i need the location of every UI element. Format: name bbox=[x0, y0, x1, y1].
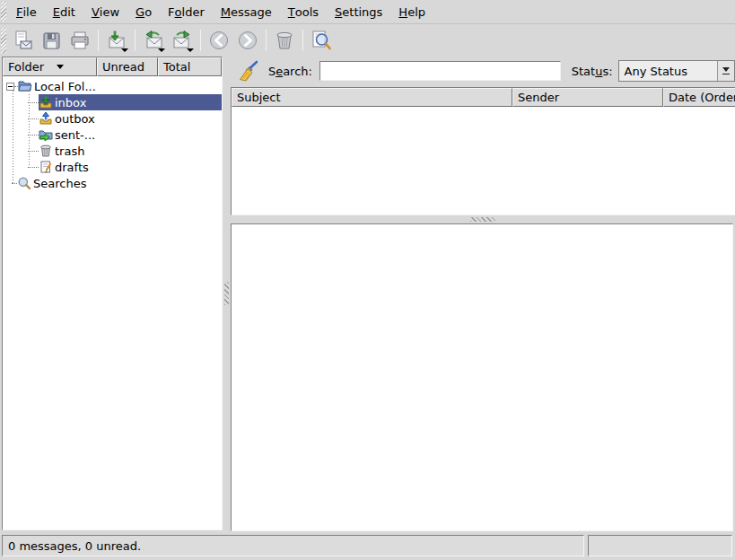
search-input[interactable] bbox=[319, 61, 561, 81]
folder-list-header: Folder Unread Total bbox=[3, 57, 222, 76]
vertical-splitter[interactable] bbox=[223, 56, 231, 531]
trash-icon bbox=[274, 30, 295, 51]
message-pane: Search: Status: Any Status Subject Sende… bbox=[231, 56, 735, 531]
menu-edit[interactable]: Edit bbox=[45, 0, 83, 23]
column-header-sender[interactable]: Sender bbox=[512, 88, 663, 107]
menu-settings[interactable]: Settings bbox=[327, 0, 390, 23]
status-secondary-panel bbox=[588, 535, 732, 556]
column-header-date[interactable]: Date (Order of Arrival) bbox=[663, 88, 735, 107]
back-icon bbox=[208, 30, 230, 51]
status-filter-label: Status: bbox=[572, 65, 613, 78]
tree-guide-line bbox=[29, 94, 30, 169]
new-message-button[interactable] bbox=[9, 27, 36, 54]
menubar-drag-handle[interactable] bbox=[1, 2, 6, 22]
outbox-icon bbox=[39, 111, 53, 126]
toolbar-separator bbox=[200, 30, 201, 51]
menu-tools[interactable]: Tools bbox=[280, 0, 327, 23]
next-icon bbox=[237, 30, 258, 51]
reply-button[interactable] bbox=[140, 27, 167, 54]
folder-row-trash[interactable]: trash bbox=[3, 143, 222, 159]
trash-folder-icon bbox=[39, 144, 53, 158]
drafts-icon bbox=[39, 160, 53, 174]
broom-icon bbox=[237, 59, 260, 83]
status-message-panel: 0 messages, 0 unread. bbox=[2, 535, 584, 556]
status-filter-value: Any Status bbox=[619, 65, 717, 78]
message-list-body bbox=[232, 107, 735, 215]
next-button[interactable] bbox=[234, 27, 261, 54]
folder-row-sent[interactable]: sent-... bbox=[3, 127, 222, 143]
tree-guide-line bbox=[13, 88, 13, 185]
search-label: Search: bbox=[268, 65, 312, 78]
message-preview-pane bbox=[231, 223, 733, 531]
message-list: Subject Sender Date (Order of Arrival) bbox=[231, 87, 735, 215]
chevron-down-icon bbox=[722, 67, 730, 72]
column-header-total[interactable]: Total bbox=[158, 57, 222, 76]
toolbar-drag-handle[interactable] bbox=[1, 28, 6, 53]
menu-bar: File Edit View Go Folder Message Tools S… bbox=[0, 0, 735, 24]
collapse-expander-icon[interactable] bbox=[6, 83, 14, 91]
folder-row-drafts[interactable]: drafts bbox=[3, 159, 222, 175]
folder-row-inbox[interactable]: inbox bbox=[3, 94, 222, 110]
folder-row-searches[interactable]: Searches bbox=[3, 175, 222, 191]
toolbar-separator bbox=[302, 30, 303, 51]
toolbar-separator bbox=[98, 30, 99, 51]
clear-search-button[interactable] bbox=[236, 58, 261, 83]
new-message-icon bbox=[12, 30, 33, 51]
sent-folder-icon bbox=[39, 127, 53, 142]
dropdown-caret-icon bbox=[121, 48, 128, 52]
trash-button[interactable] bbox=[271, 27, 298, 54]
menu-file[interactable]: File bbox=[8, 0, 45, 23]
status-message: 0 messages, 0 unread. bbox=[8, 539, 141, 553]
combobox-dropdown-button[interactable] bbox=[717, 61, 734, 81]
open-folder-icon bbox=[18, 79, 32, 93]
splitter-grip bbox=[224, 282, 229, 305]
status-bar: 0 messages, 0 unread. bbox=[0, 533, 735, 558]
horizontal-splitter[interactable] bbox=[231, 215, 735, 223]
inbox-icon bbox=[39, 95, 53, 109]
print-button[interactable] bbox=[66, 27, 93, 54]
save-icon bbox=[40, 30, 62, 51]
find-icon bbox=[310, 29, 333, 52]
check-mail-button[interactable] bbox=[103, 27, 130, 54]
folder-tree: Local Fol... inbox bbox=[3, 76, 222, 529]
find-button[interactable] bbox=[308, 27, 335, 54]
toolbar-separator bbox=[135, 30, 136, 51]
print-icon bbox=[69, 30, 91, 51]
forward-button[interactable] bbox=[169, 27, 196, 54]
menu-help[interactable]: Help bbox=[390, 0, 433, 23]
column-header-unread[interactable]: Unread bbox=[97, 57, 158, 76]
sort-arrow-icon bbox=[57, 65, 64, 69]
message-list-header: Subject Sender Date (Order of Arrival) bbox=[232, 88, 735, 107]
folder-row-local-folders[interactable]: Local Fol... bbox=[3, 78, 222, 94]
search-folder-icon bbox=[17, 176, 31, 190]
menu-folder[interactable]: Folder bbox=[160, 0, 213, 23]
dropdown-caret-icon bbox=[187, 48, 194, 52]
menu-message[interactable]: Message bbox=[213, 0, 280, 23]
splitter-grip bbox=[470, 217, 495, 222]
column-header-folder[interactable]: Folder bbox=[3, 57, 97, 76]
folder-row-outbox[interactable]: outbox bbox=[3, 110, 222, 127]
toolbar-separator bbox=[266, 30, 267, 51]
main-area: Folder Unread Total bbox=[0, 56, 735, 531]
menu-view[interactable]: View bbox=[83, 0, 127, 23]
save-button[interactable] bbox=[38, 27, 65, 54]
status-filter-combobox[interactable]: Any Status bbox=[618, 60, 735, 82]
main-toolbar bbox=[0, 24, 735, 56]
dropdown-caret-icon bbox=[158, 48, 165, 52]
folder-panel: Folder Unread Total bbox=[2, 57, 223, 530]
back-button[interactable] bbox=[206, 27, 232, 54]
column-header-subject[interactable]: Subject bbox=[232, 88, 512, 107]
menu-go[interactable]: Go bbox=[127, 0, 160, 23]
quick-search-bar: Search: Status: Any Status bbox=[231, 56, 735, 86]
